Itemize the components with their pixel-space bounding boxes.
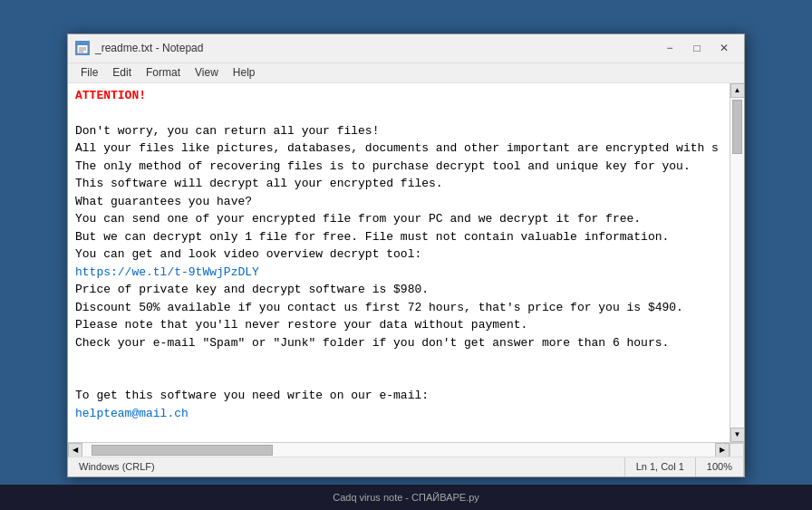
window-title: _readme.txt - Notepad — [95, 42, 657, 54]
statusbar-zoom: 100% — [696, 457, 744, 476]
statusbar: Windows (CRLF) Ln 1, Col 1 100% — [68, 457, 744, 476]
email-link-1: helpteam@mail.ch — [75, 407, 188, 420]
statusbar-encoding: Windows (CRLF) — [68, 457, 625, 476]
notepad-window: _readme.txt - Notepad − □ ✕ File Edit Fo… — [67, 34, 745, 477]
scrollbar-thumb[interactable] — [732, 100, 742, 154]
minimize-button[interactable]: − — [657, 38, 682, 58]
menu-view[interactable]: View — [188, 64, 226, 81]
vertical-scrollbar[interactable]: ▲ ▼ — [730, 83, 744, 442]
maximize-button[interactable]: □ — [684, 38, 710, 58]
menu-format[interactable]: Format — [139, 64, 188, 81]
hscroll-thumb[interactable] — [92, 445, 273, 456]
scroll-right-button[interactable]: ▶ — [715, 443, 730, 457]
hscroll-track[interactable] — [82, 443, 715, 457]
scroll-left-button[interactable]: ◀ — [68, 443, 82, 457]
menu-help[interactable]: Help — [226, 64, 263, 81]
url-link: https://we.tl/t-9tWwjPzDLY — [75, 265, 259, 279]
scroll-corner — [730, 443, 744, 457]
text-editor[interactable]: ATTENTION! Don't worry, you can return a… — [68, 83, 730, 442]
statusbar-position: Ln 1, Col 1 — [625, 457, 696, 476]
desktop: _readme.txt - Notepad − □ ✕ File Edit Fo… — [0, 0, 812, 510]
taskbar-label: Cadq virus note - СПАЙВАРЕ.ру — [333, 492, 478, 503]
menu-edit[interactable]: Edit — [105, 64, 139, 81]
attention-text: ATTENTION! — [75, 89, 146, 102]
titlebar: _readme.txt - Notepad − □ ✕ — [68, 34, 744, 63]
scroll-down-button[interactable]: ▼ — [730, 428, 745, 442]
menubar: File Edit Format View Help — [68, 63, 744, 83]
menu-file[interactable]: File — [73, 64, 105, 81]
svg-rect-1 — [77, 43, 88, 45]
horizontal-scrollbar-area: ◀ ▶ — [68, 442, 744, 457]
titlebar-buttons: − □ ✕ — [657, 38, 737, 58]
scroll-up-button[interactable]: ▲ — [730, 83, 745, 98]
scrollbar-track[interactable] — [730, 98, 744, 428]
content-area: ATTENTION! Don't worry, you can return a… — [68, 83, 744, 442]
taskbar-bottom: Cadq virus note - СПАЙВАРЕ.ру — [0, 485, 812, 510]
close-button[interactable]: ✕ — [711, 38, 737, 58]
window-icon — [75, 41, 90, 55]
